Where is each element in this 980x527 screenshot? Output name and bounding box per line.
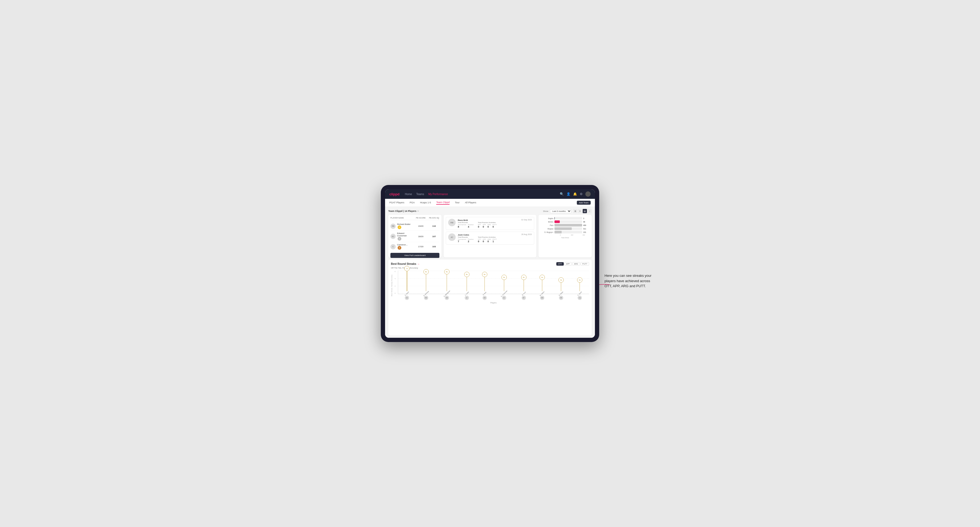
bar-track: [554, 227, 582, 230]
practice-stat: Practice 4: [468, 224, 474, 228]
add-team-button[interactable]: Add Team: [577, 201, 591, 205]
bar-row: Eagles3: [541, 217, 590, 220]
search-icon[interactable]: 🔍: [560, 192, 564, 196]
subnav-tour[interactable]: Tour: [455, 201, 460, 205]
player-date: 26 Aug 2023: [522, 233, 532, 235]
bar-row: Pars499: [541, 224, 590, 227]
bar-row: D. Bogeys+131: [541, 231, 590, 233]
annotation-text: Here you can see streaks your players ha…: [605, 274, 651, 288]
streak-bubble: 5x: [482, 272, 487, 277]
player-info: Josh Coles 26 Aug 2023 Total Rounds Tour…: [458, 233, 532, 243]
pb-score: 17/20: [413, 245, 429, 248]
avatar[interactable]: [585, 191, 591, 197]
streak-bubble: 6x: [444, 269, 450, 275]
bar-label: Eagles: [541, 217, 554, 219]
edit-icon[interactable]: ✏: [417, 210, 419, 213]
streaks-header: Best Round Streaks ← OTT APP ARG PUTT: [391, 262, 589, 266]
player-name: Edward Crossman: [397, 232, 413, 237]
bar-value: 3: [583, 217, 590, 219]
streak-player: 7xE. EbertEE: [404, 268, 410, 300]
streak-line: [579, 283, 580, 291]
nav-myperformance[interactable]: My Performance: [428, 193, 448, 195]
streak-line: [466, 277, 467, 291]
streak-player: 5xJ. ColesJC: [464, 268, 469, 300]
streak-player-name: B. Ford: [520, 290, 527, 297]
streak-line: [484, 277, 485, 291]
show-label: Show: [543, 210, 548, 213]
col-player-name: PLAYER NAME: [390, 217, 413, 219]
table-row: RB Richard Butler 1 19/20 110: [390, 222, 439, 231]
nav-teams[interactable]: Teams: [416, 193, 424, 195]
streak-player-name: M. Maher: [539, 290, 546, 297]
subnav-pga[interactable]: PGA: [410, 201, 415, 205]
tablet-screen: clippd Home Teams My Performance 🔍 👤 🔔 ⚙…: [385, 189, 595, 338]
player-date: 02 Sep 2023: [521, 219, 532, 221]
top-panel: PLAYER NAME PB SCORE PB AVG SQ RB Richar…: [388, 215, 592, 257]
bar-track: [554, 217, 582, 220]
player-name: Josh Coles: [458, 234, 469, 236]
bar-value: 96: [583, 221, 590, 223]
practice-activities: Total Practice Activities OTT 0 APP: [478, 237, 497, 243]
bar-value: 131: [583, 231, 590, 233]
app-logo: clippd: [389, 192, 399, 196]
filter-select[interactable]: Last 3 months: [550, 209, 571, 213]
bar-label: D. Bogeys+: [541, 231, 554, 233]
streak-player-name: B. McHarg: [422, 290, 430, 297]
rank-badge: 2: [398, 237, 401, 241]
bar-fill: [554, 231, 562, 233]
player-info: RB Richard Butler 1: [390, 223, 413, 229]
subnav-allplayers[interactable]: All Players: [465, 201, 476, 205]
tournament-stat: Tournament 7: [458, 238, 466, 243]
nav-bar: clippd Home Teams My Performance 🔍 👤 🔔 ⚙: [385, 189, 595, 199]
pb-avg: 110: [429, 225, 439, 227]
metric-tab-app[interactable]: APP: [564, 262, 572, 266]
bar-label: Bogeys: [541, 228, 554, 230]
user-icon[interactable]: 👤: [566, 192, 570, 196]
streak-line: [426, 275, 426, 291]
streak-player: 5xR. BrittRB: [482, 268, 487, 300]
streak-player: 4xB. FordBF: [522, 268, 526, 300]
bar-row: Birdies96: [541, 221, 590, 223]
team-title: Team Clippd | 14 Players: [388, 210, 416, 213]
sub-nav: PGAT Players PGA Hcaps 1-5 Team Clippd T…: [385, 199, 595, 207]
streak-line: [447, 275, 447, 291]
practice-activities: Total Practice Activities OTT 0 APP: [478, 222, 497, 228]
settings-icon[interactable]: ⚙: [580, 192, 583, 196]
player-name: Richard Butler: [397, 223, 410, 225]
total-rounds: Total Rounds Tournament 8 Practice: [458, 222, 474, 228]
subnav-pgat[interactable]: PGAT Players: [389, 201, 404, 205]
view-list-icon[interactable]: ≡: [578, 209, 582, 213]
total-rounds: Total Rounds Tournament 7 Practice: [458, 237, 474, 243]
view-card-icon[interactable]: ▤: [583, 209, 587, 213]
player-name: Rees Britt: [458, 219, 468, 221]
player-card: RB Rees Britt 02 Sep 2023 Total Rounds: [446, 217, 534, 230]
view-full-leaderboard-button[interactable]: View Full Leaderboard: [390, 253, 439, 258]
y-tick: 2: [395, 285, 398, 287]
subnav-teamclippd[interactable]: Team Clippd: [436, 201, 450, 205]
chart-title: Total Shots: [541, 237, 590, 238]
streak-player-name: J. Coles: [464, 290, 470, 297]
leaderboard-panel: PLAYER NAME PB SCORE PB AVG SQ RB Richar…: [388, 215, 442, 257]
nav-home[interactable]: Home: [405, 193, 412, 195]
streak-player: 6xB. McHargBM: [423, 268, 430, 300]
view-grid-icon[interactable]: ⊞: [573, 209, 578, 213]
col-pb-avg: PB AVG SQ: [429, 217, 439, 219]
view-detail-icon[interactable]: ↕: [587, 209, 592, 213]
metric-tab-putt[interactable]: PUTT: [581, 262, 589, 266]
team-header: Team Clippd | 14 Players ✏ Show Last 3 m…: [388, 209, 592, 213]
metric-tab-arg[interactable]: ARG: [572, 262, 580, 266]
streaks-section: Best Round Streaks ← OTT APP ARG PUTT Of…: [388, 259, 592, 336]
metric-tab-ott[interactable]: OTT: [556, 262, 564, 266]
main-content: Team Clippd | 14 Players ✏ Show Last 3 m…: [385, 207, 595, 338]
avatar: EC: [390, 234, 396, 239]
practice-stat: Practice 2: [468, 238, 474, 243]
streak-player: 4xM. MaherMM: [539, 268, 545, 300]
bell-icon[interactable]: 🔔: [573, 192, 577, 196]
subnav-hcaps[interactable]: Hcaps 1-5: [420, 201, 431, 205]
pb-score: 19/20: [413, 225, 429, 227]
streak-line: [504, 280, 504, 291]
streak-line: [542, 280, 542, 291]
streak-player: 6xD. BillinghamDB: [442, 268, 451, 300]
bar-track: [554, 224, 582, 227]
streak-player-name: E. Ebert: [404, 290, 410, 297]
